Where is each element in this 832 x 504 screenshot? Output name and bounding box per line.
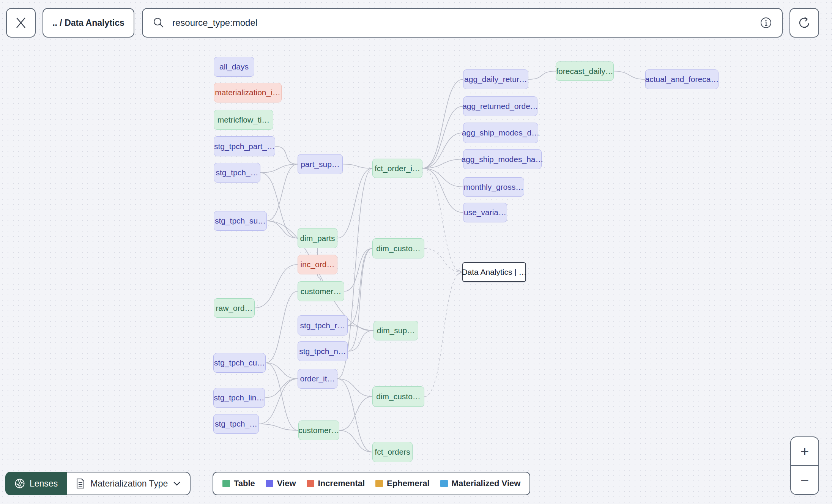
zoom-in-button[interactable]: +: [791, 437, 818, 466]
zoom-out-button[interactable]: −: [791, 466, 818, 494]
lenses-control: Lenses Materialization Type: [5, 472, 191, 495]
graph-node-monthly_gross[interactable]: monthly_gross…: [463, 177, 524, 197]
legend-item-materialized-view: Materialized View: [440, 479, 521, 488]
document-icon: [76, 478, 85, 489]
lenses-label: Lenses: [30, 479, 58, 489]
breadcrumb-label: .. / Data Analytics: [52, 18, 124, 28]
search-input[interactable]: [172, 17, 753, 28]
legend-item-ephemeral: Ephemeral: [375, 479, 430, 488]
graph-node-data_analytics[interactable]: Data Analytics | …: [462, 262, 526, 282]
legend-item-table: Table: [222, 479, 255, 488]
lens-dropdown[interactable]: Materialization Type: [67, 472, 191, 495]
graph-node-dim_custo_b[interactable]: dim_custo…: [372, 386, 424, 407]
graph-node-stg_tpch_b[interactable]: stg_tpch_…: [213, 414, 259, 434]
lenses-button[interactable]: Lenses: [5, 472, 67, 495]
legend-item-incremental: Incremental: [307, 479, 365, 488]
legend-label: Table: [234, 479, 255, 488]
legend-label: Materialized View: [452, 479, 521, 488]
graph-node-stg_tpch_su[interactable]: stg_tpch_su…: [214, 211, 267, 231]
breadcrumb[interactable]: .. / Data Analytics: [43, 8, 134, 38]
graph-node-customer_a[interactable]: customer…: [298, 281, 344, 301]
graph-node-stg_tpch_part[interactable]: stg_tpch_part_…: [214, 136, 275, 156]
refresh-button[interactable]: [789, 8, 819, 38]
lens-dropdown-value: Materialization Type: [90, 479, 168, 489]
graph-node-use_varia[interactable]: use_varia…: [463, 203, 507, 222]
graph-node-raw_ord[interactable]: raw_ord…: [214, 298, 255, 318]
refresh-icon: [797, 16, 811, 30]
graph-node-inc_ord[interactable]: inc_ord…: [298, 255, 337, 274]
graph-node-agg_ship_d[interactable]: agg_ship_modes_d…: [463, 123, 538, 143]
graph-node-forecast_daily[interactable]: forecast_daily…: [556, 61, 614, 81]
close-button[interactable]: [6, 8, 36, 38]
close-icon: [15, 17, 27, 28]
graph-node-agg_daily[interactable]: agg_daily_retur…: [463, 69, 528, 89]
graph-node-order_it[interactable]: order_it…: [298, 369, 337, 389]
info-icon[interactable]: [760, 17, 772, 29]
legend-label: Incremental: [318, 479, 365, 488]
graph-node-dim_custo_a[interactable]: dim_custo…: [372, 238, 424, 258]
graph-node-dim_sup[interactable]: dim_sup…: [373, 321, 418, 340]
graph-node-fct_order_i[interactable]: fct_order_i…: [372, 159, 422, 178]
graph-node-part_sup[interactable]: part_sup…: [298, 154, 343, 174]
legend-swatch: [222, 480, 230, 487]
zoom-controls: + −: [790, 436, 819, 495]
legend-swatch: [307, 480, 314, 487]
legend-swatch: [375, 480, 383, 487]
graph-node-all_days[interactable]: all_days: [214, 57, 254, 77]
legend-swatch: [266, 480, 273, 487]
graph-node-fct_orders[interactable]: fct_orders: [372, 442, 413, 462]
legend-label: View: [277, 479, 296, 488]
graph-node-stg_tpch_lin[interactable]: stg_tpch_lin…: [213, 388, 265, 408]
graph-node-dim_parts[interactable]: dim_parts: [298, 228, 337, 248]
graph-node-stg_tpch_a[interactable]: stg_tpch_…: [214, 163, 260, 183]
lineage-graph-app: all_daysmaterialization_i…metricflow_ti……: [0, 0, 832, 504]
graph-node-materialization_i[interactable]: materialization_i…: [214, 83, 282, 102]
graph-node-agg_returned[interactable]: agg_returned_orde…: [463, 96, 537, 116]
chevron-down-icon: [173, 481, 181, 486]
aperture-icon: [14, 478, 25, 489]
materialization-legend: TableViewIncrementalEphemeralMaterialize…: [213, 472, 530, 495]
legend-label: Ephemeral: [387, 479, 430, 488]
legend-swatch: [440, 480, 448, 487]
search-bar[interactable]: [142, 8, 783, 38]
graph-node-agg_ship_ha[interactable]: agg_ship_modes_ha…: [463, 149, 542, 169]
search-icon: [153, 17, 165, 29]
graph-node-actual_forecast[interactable]: actual_and_foreca…: [645, 69, 719, 89]
graph-canvas[interactable]: all_daysmaterialization_i…metricflow_ti……: [0, 0, 832, 504]
graph-node-stg_tpch_cu[interactable]: stg_tpch_cu…: [213, 353, 266, 373]
graph-node-stg_tpch_n[interactable]: stg_tpch_n…: [298, 341, 348, 361]
graph-node-stg_tpch_r[interactable]: stg_tpch_r…: [298, 315, 348, 335]
graph-node-metricflow_ti[interactable]: metricflow_ti…: [214, 110, 273, 130]
graph-node-customer_b[interactable]: customer…: [298, 421, 339, 440]
legend-item-view: View: [266, 479, 296, 488]
